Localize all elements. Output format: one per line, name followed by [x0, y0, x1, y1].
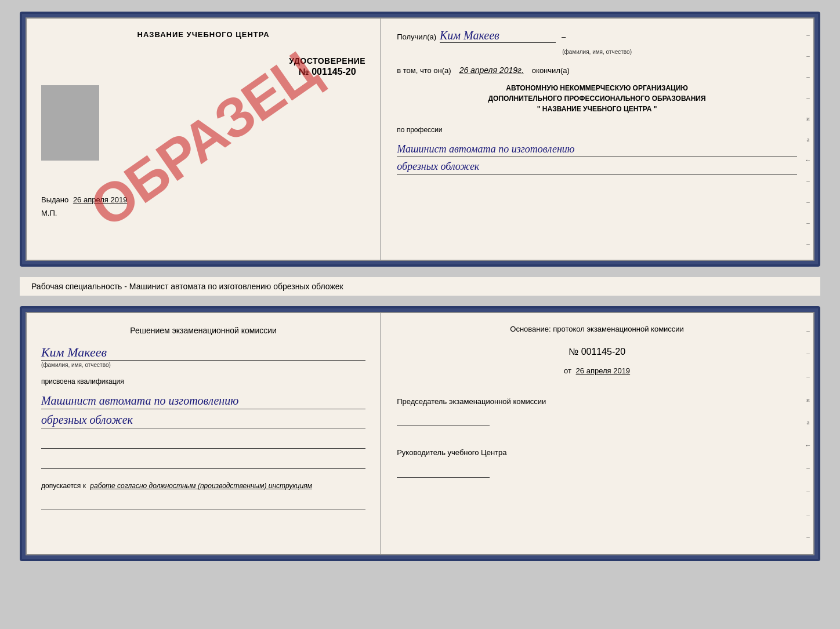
dash-after-name: –	[562, 32, 566, 41]
bottom-right-panel: Основание: протокол экзаменационной коми…	[381, 313, 813, 554]
osnovanie-label: Основание: протокол экзаменационной коми…	[397, 323, 797, 335]
dopuskaetsya-block: допускается к работе согласно должностны…	[41, 482, 365, 490]
cert-left-panel: НАЗВАНИЕ УЧЕБНОГО ЦЕНТРА ОБРАЗЕЦ УДОСТОВ…	[27, 19, 381, 260]
protocol-number: № 001145-20	[397, 347, 797, 357]
bottom-person-name: Ким Макеев	[41, 345, 365, 361]
vydano-line: Выдано 26 апреля 2019	[41, 195, 365, 204]
udostoverenie-block: УДОСТОВЕРЕНИЕ № 001145-20	[289, 56, 365, 161]
rukovoditel-label: Руководитель учебного Центра	[397, 447, 797, 459]
empty-line-1	[41, 438, 365, 449]
vydano-date: 26 апреля 2019	[73, 195, 128, 204]
bottom-certificate: Решением экзаменационной комиссии Ким Ма…	[20, 306, 820, 561]
poluchil-row: Получил(а) Ким Макеев –	[397, 29, 797, 43]
udostoverenie-label: УДОСТОВЕРЕНИЕ	[289, 56, 365, 66]
dopuskaetsya-text: работе согласно должностным (производств…	[90, 482, 312, 490]
bottom-fio-label: (фамилия, имя, отчество)	[41, 362, 365, 368]
mp-line: М.П.	[41, 209, 365, 217]
predsedatel-text: Председатель экзаменационной комиссии	[397, 397, 546, 406]
org-name-block: АВТОНОМНУЮ НЕКОММЕРЧЕСКУЮ ОРГАНИЗАЦИЮ ДО…	[397, 83, 797, 114]
side-decorations-bottom: – – – и а ← – – – –	[803, 313, 813, 554]
photo-placeholder	[41, 85, 99, 161]
profession-line1: Машинист автомата по изготовлению	[397, 142, 797, 157]
poluchil-label: Получил(а)	[397, 32, 436, 41]
org-line1: АВТОНОМНУЮ НЕКОММЕРЧЕСКУЮ ОРГАНИЗАЦИЮ	[397, 83, 797, 93]
qualification-line2: обрезных обложек	[41, 412, 365, 428]
date-value: 26 апреля 2019г.	[459, 66, 524, 75]
dopuskaetsya-label: допускается к	[41, 482, 86, 490]
ot-date-row: от 26 апреля 2019	[397, 366, 797, 375]
predsedatel-signature	[397, 426, 490, 426]
bottom-left-panel: Решением экзаменационной комиссии Ким Ма…	[27, 313, 381, 554]
rukovoditel-text: Руководитель учебного Центра	[397, 448, 506, 457]
top-certificate: НАЗВАНИЕ УЧЕБНОГО ЦЕНТРА ОБРАЗЕЦ УДОСТОВ…	[20, 12, 820, 267]
bottom-name-block: Ким Макеев (фамилия, имя, отчество)	[41, 345, 365, 368]
udostoverenie-number: № 001145-20	[289, 67, 365, 77]
ot-date: 26 апреля 2019	[576, 366, 631, 375]
empty-line-2	[41, 458, 365, 469]
fio-sublabel: (фамилия, имя, отчество)	[397, 49, 797, 55]
org-line3: " НАЗВАНИЕ УЧЕБНОГО ЦЕНТРА "	[397, 104, 797, 114]
cert-school-title: НАЗВАНИЕ УЧЕБНОГО ЦЕНТРА	[41, 30, 365, 39]
qualification-line1: Машинист автомата по изготовлению	[41, 392, 365, 409]
ot-label: от	[564, 366, 571, 375]
resheniem-text: Решением экзаменационной комиссии	[41, 325, 365, 337]
vtom-label: в том, что он(а)	[397, 66, 451, 75]
cert-right-panel: Получил(а) Ким Макеев – (фамилия, имя, о…	[381, 19, 813, 260]
profession-line2: обрезных обложек	[397, 159, 797, 174]
resheniem-label: Решением экзаменационной комиссии	[130, 326, 277, 335]
prisvoena-label: присвоена квалификация	[41, 377, 365, 386]
predsedatel-label: Председатель экзаменационной комиссии	[397, 396, 797, 408]
empty-line-3	[41, 499, 365, 510]
recipient-name: Ким Макеев	[440, 29, 556, 43]
okonchil-label: окончил(а)	[532, 66, 570, 75]
middle-label: Рабочая специальность - Машинист автомат…	[20, 277, 820, 296]
org-line2: ДОПОЛНИТЕЛЬНОГО ПРОФЕССИОНАЛЬНОГО ОБРАЗО…	[397, 93, 797, 104]
vydano-label: Выдано	[41, 195, 68, 204]
side-decorations-top: – – – – и а ← – – – –	[803, 19, 813, 260]
profession-block: Машинист автомата по изготовлению обрезн…	[397, 140, 797, 174]
po-professii-label: по профессии	[397, 126, 797, 134]
rukovoditel-signature	[397, 477, 490, 478]
middle-label-text: Рабочая специальность - Машинист автомат…	[31, 282, 343, 291]
qualification-block: Машинист автомата по изготовлению обрезн…	[41, 390, 365, 428]
vtom-row: в том, что он(а) 26 апреля 2019г. окончи…	[397, 66, 797, 75]
